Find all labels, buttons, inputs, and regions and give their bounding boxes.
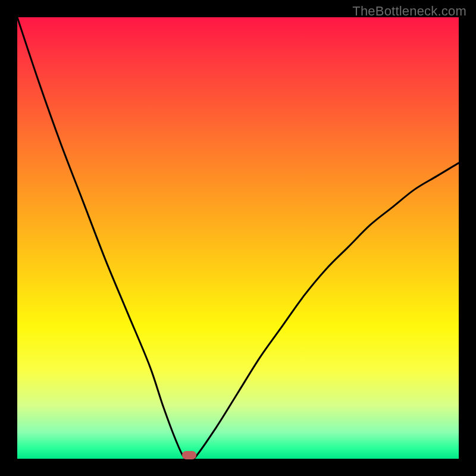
bottleneck-curve — [17, 17, 459, 459]
plot-area — [17, 17, 459, 459]
chart-frame: TheBottleneck.com — [0, 0, 476, 476]
optimal-point-marker — [182, 451, 196, 459]
